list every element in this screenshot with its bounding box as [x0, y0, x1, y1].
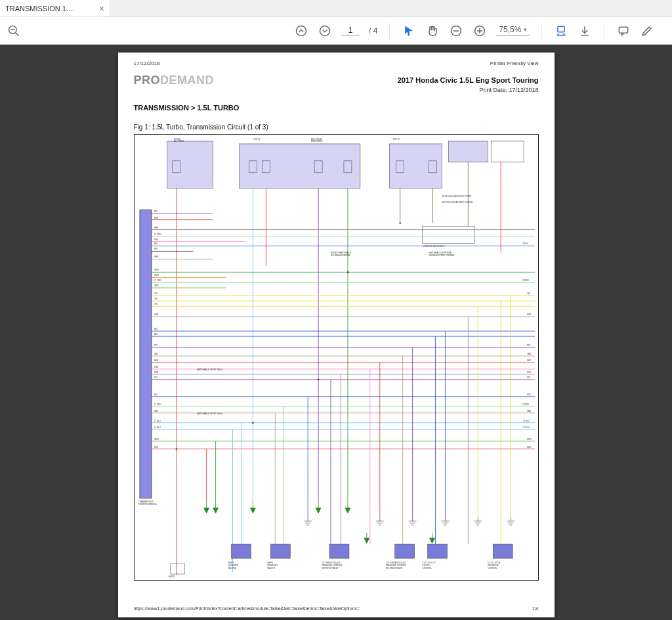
svg-text:TAN: TAN — [154, 410, 158, 412]
edit-icon[interactable] — [640, 24, 654, 38]
svg-text:PPL: PPL — [154, 344, 158, 347]
document-page: 17/12/2018 Printer Friendly View PRODEMA… — [118, 53, 555, 617]
svg-text:PPL: PPL — [154, 376, 158, 379]
header-date: 17/12/2018 — [134, 60, 160, 66]
svg-text:ALL TIMES: ALL TIMES — [173, 140, 183, 143]
svg-text:W/O KEYLESS ACCESS SYSTEM: W/O KEYLESS ACCESS SYSTEM — [442, 201, 472, 204]
toolbar: / 4 75,5% — [0, 17, 672, 45]
svg-text:SOLENOID VALVE: SOLENOID VALVE — [322, 567, 338, 569]
svg-text:GRN: GRN — [154, 438, 158, 441]
svg-rect-46 — [422, 227, 474, 244]
svg-text:BLU: BLU — [154, 328, 158, 330]
svg-text:LT GRN: LT GRN — [154, 233, 161, 236]
svg-rect-14 — [620, 27, 628, 33]
svg-text:WHT: WHT — [154, 255, 158, 258]
svg-text:RED: RED — [527, 359, 532, 362]
brand-logo: PRODEMAND — [134, 74, 215, 87]
svg-marker-172 — [213, 508, 218, 513]
comment-icon[interactable] — [616, 24, 631, 38]
svg-rect-20 — [389, 144, 442, 188]
scroll-up-icon[interactable] — [294, 24, 308, 38]
svg-text:WHT: WHT — [527, 371, 532, 374]
tab-bar: TRANSMISSION 1.... × — [0, 0, 672, 17]
svg-text:LT BLU: LT BLU — [523, 426, 530, 429]
figure-title: Fig 1: 1.5L Turbo, Transmission Circuit … — [134, 123, 268, 131]
svg-text:BLK: BLK — [154, 248, 158, 250]
svg-point-211 — [399, 222, 400, 223]
footer-url: https://www1.prodemand.com/Print/Index?c… — [134, 606, 360, 611]
svg-rect-186 — [394, 544, 414, 558]
vehicle-title: 2017 Honda Civic 1.5L Eng Sport Touring — [398, 76, 539, 84]
svg-marker-174 — [250, 508, 255, 513]
svg-text:WHT: WHT — [154, 227, 158, 229]
svg-text:WHT: WHT — [154, 313, 158, 316]
svg-text:YEL: YEL — [527, 292, 531, 295]
svg-rect-212 — [170, 564, 184, 574]
svg-text:ORN: ORN — [154, 274, 158, 277]
svg-text:(HATCHBACK SPORT ONLY): (HATCHBACK SPORT ONLY) — [196, 412, 222, 415]
svg-rect-187 — [427, 544, 447, 558]
svg-text:BLU: BLU — [154, 333, 158, 336]
svg-rect-18 — [167, 141, 213, 188]
svg-text:RED: RED — [154, 446, 158, 449]
viewer-area[interactable]: 17/12/2018 Printer Friendly View PRODEMA… — [0, 45, 672, 620]
svg-text:LT BLU: LT BLU — [522, 243, 528, 246]
header-view-label: Printer Friendly View — [490, 60, 539, 66]
svg-point-210 — [346, 271, 348, 273]
svg-text:LT BLU: LT BLU — [523, 420, 530, 422]
svg-text:GRN: GRN — [527, 438, 532, 441]
svg-rect-184 — [270, 544, 290, 558]
brand-pro: PRO — [134, 74, 161, 87]
svg-text:VALVE A: VALVE A — [228, 567, 236, 569]
svg-text:GRN: GRN — [154, 284, 158, 287]
svg-text:LT BLU: LT BLU — [154, 420, 160, 422]
svg-marker-170 — [203, 508, 209, 513]
svg-rect-21 — [448, 141, 488, 162]
separator — [541, 23, 542, 39]
svg-text:LT BLU: LT BLU — [154, 426, 160, 429]
svg-text:GRN: GRN — [154, 269, 158, 271]
svg-text:BLU: BLU — [154, 243, 158, 246]
wiring-diagram: TRANSMISSION CONTROL MODULE HOT ATALL TI… — [134, 134, 539, 581]
svg-text:W/ HONDA SENSING: W/ HONDA SENSING — [331, 254, 350, 257]
fit-width-icon[interactable] — [554, 24, 568, 38]
svg-text:LT GRN: LT GRN — [154, 279, 161, 282]
zoom-out-circle-icon[interactable] — [449, 24, 463, 38]
svg-rect-19 — [239, 144, 360, 188]
separator — [604, 23, 604, 39]
zoom-value: 75,5% — [499, 25, 521, 34]
svg-rect-185 — [329, 544, 349, 558]
zoom-dropdown[interactable]: 75,5% — [496, 25, 530, 36]
page-number-input[interactable] — [341, 26, 360, 35]
zoom-out-icon[interactable] — [7, 24, 21, 38]
svg-text:CONTROL: CONTROL — [488, 567, 497, 569]
hand-icon[interactable] — [425, 24, 440, 38]
download-icon[interactable] — [578, 24, 592, 38]
svg-rect-22 — [491, 141, 524, 162]
svg-text:LT GRN: LT GRN — [522, 279, 529, 282]
svg-text:HOT IN: HOT IN — [392, 138, 399, 141]
zoom-in-circle-icon[interactable] — [472, 24, 487, 38]
svg-text:(HATCHBACK SPORT ONLY): (HATCHBACK SPORT ONLY) — [196, 368, 222, 371]
section-title: TRANSMISSION > 1.5L TURBO — [134, 104, 240, 112]
svg-text:LT GRN: LT GRN — [522, 403, 529, 406]
svg-text:RED: RED — [527, 446, 532, 449]
svg-marker-180 — [364, 538, 369, 543]
pointer-icon[interactable] — [402, 24, 416, 38]
print-date: Print Date: 17/12/2018 — [479, 87, 538, 93]
svg-text:PPL: PPL — [154, 210, 158, 213]
page-total-label: / 4 — [369, 26, 377, 35]
svg-text:AUDIO: AUDIO — [168, 575, 175, 578]
svg-rect-15 — [139, 210, 151, 498]
close-icon[interactable]: × — [99, 3, 104, 14]
svg-text:LT GRN: LT GRN — [154, 403, 161, 406]
svg-text:YEL: YEL — [154, 292, 158, 295]
document-tab[interactable]: TRANSMISSION 1.... × — [0, 0, 110, 16]
svg-text:VALVE B: VALVE B — [267, 567, 275, 569]
svg-point-208 — [252, 422, 253, 424]
scroll-down-icon[interactable] — [318, 24, 332, 38]
svg-text:CONTROL MODULE: CONTROL MODULE — [138, 503, 156, 506]
svg-text:WHT: WHT — [154, 371, 158, 374]
svg-text:RED: RED — [154, 217, 158, 219]
svg-rect-188 — [493, 544, 513, 558]
